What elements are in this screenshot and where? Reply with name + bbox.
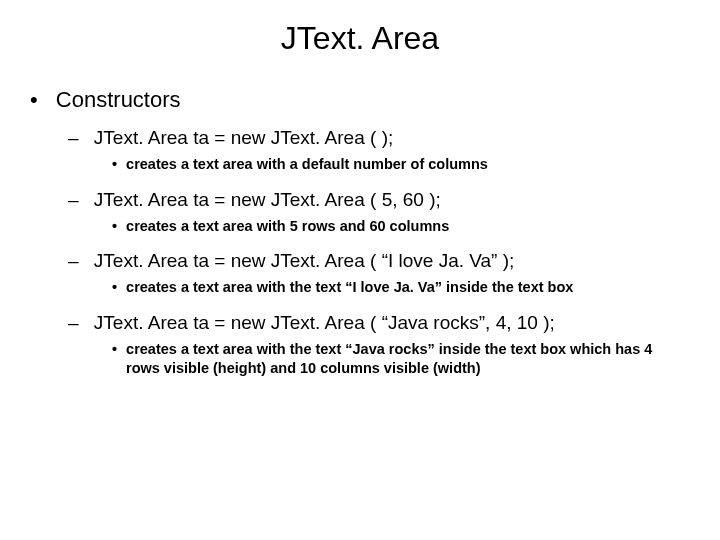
constructor-description: creates a text area with 5 rows and 60 c… xyxy=(112,217,672,237)
constructor-item: JText. Area ta = new JText. Area ( “Java… xyxy=(68,312,720,379)
slide-title: JText. Area xyxy=(0,20,720,57)
bullet-list-level3: creates a text area with a default numbe… xyxy=(84,155,720,175)
section-label: Constructors xyxy=(56,87,181,112)
constructor-description: creates a text area with a default numbe… xyxy=(112,155,672,175)
constructor-description: creates a text area with the text “I lov… xyxy=(112,278,672,298)
bullet-list-level2: JText. Area ta = new JText. Area ( ); cr… xyxy=(30,127,720,379)
constructor-item: JText. Area ta = new JText. Area ( ); cr… xyxy=(68,127,720,175)
constructor-signature: JText. Area ta = new JText. Area ( “I lo… xyxy=(94,250,514,271)
constructor-signature: JText. Area ta = new JText. Area ( ); xyxy=(94,127,393,148)
constructor-signature: JText. Area ta = new JText. Area ( 5, 60… xyxy=(94,189,441,210)
bullet-list-level3: creates a text area with the text “I lov… xyxy=(84,278,720,298)
bullet-list-level3: creates a text area with 5 rows and 60 c… xyxy=(84,217,720,237)
bullet-list-level1: Constructors JText. Area ta = new JText.… xyxy=(0,87,720,379)
constructor-item: JText. Area ta = new JText. Area ( 5, 60… xyxy=(68,189,720,237)
section-heading: Constructors JText. Area ta = new JText.… xyxy=(30,87,720,379)
constructor-item: JText. Area ta = new JText. Area ( “I lo… xyxy=(68,250,720,298)
constructor-signature: JText. Area ta = new JText. Area ( “Java… xyxy=(94,312,555,333)
slide: JText. Area Constructors JText. Area ta … xyxy=(0,0,720,540)
bullet-list-level3: creates a text area with the text “Java … xyxy=(84,340,720,379)
constructor-description: creates a text area with the text “Java … xyxy=(112,340,672,379)
